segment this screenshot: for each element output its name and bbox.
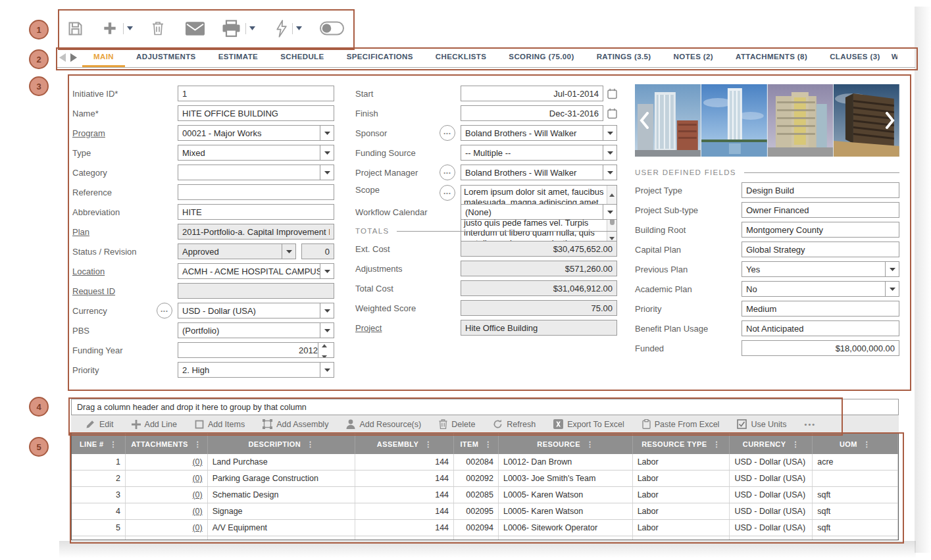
chevron-down-icon[interactable] xyxy=(320,126,334,140)
save-button[interactable] xyxy=(58,15,93,41)
field-label-plan[interactable]: Plan xyxy=(72,227,157,237)
column-menu-icon[interactable]: ⋮ xyxy=(110,441,117,447)
tab-notes-2[interactable]: NOTES (2) xyxy=(663,47,724,67)
priority-input[interactable]: Medium xyxy=(742,301,899,317)
chevron-down-icon[interactable] xyxy=(603,126,616,140)
project-sub-type-input[interactable]: Owner Financed xyxy=(742,202,899,218)
reference-input[interactable] xyxy=(178,184,334,200)
chevron-down-icon[interactable] xyxy=(320,145,334,160)
column-header-resource-type[interactable]: RESOURCE TYPE⋮ xyxy=(633,434,730,454)
start-input[interactable]: Jul-01-2014 xyxy=(461,86,603,101)
table-row[interactable]: 5(0)A/V Equipment144002094L0006- Sitewor… xyxy=(72,520,898,536)
column-header-attachments[interactable]: ATTACHMENTS⋮ xyxy=(126,434,208,454)
spinner-up-icon[interactable] xyxy=(322,342,327,349)
column-menu-icon[interactable]: ⋮ xyxy=(194,441,201,447)
attachments-link[interactable]: (0) xyxy=(192,490,202,499)
status-revision-select[interactable]: Approved xyxy=(178,243,296,259)
tab-attachments-8[interactable]: ATTACHMENTS (8) xyxy=(724,47,818,67)
priority-select[interactable]: 2. High xyxy=(178,362,334,378)
capital-plan-input[interactable]: Global Strategy xyxy=(742,242,899,257)
table-row[interactable]: 4(0)Signage144002095L0005- Karen WatsonL… xyxy=(72,503,898,520)
quick-actions-button[interactable] xyxy=(266,15,311,41)
column-menu-icon[interactable]: ⋮ xyxy=(586,441,593,447)
edit-button[interactable]: Edit xyxy=(86,419,114,429)
workflow-calendar-select[interactable]: (None) xyxy=(461,204,617,220)
field-label-location[interactable]: Location xyxy=(72,267,157,276)
chevron-down-icon[interactable] xyxy=(320,165,334,180)
add-items-button[interactable]: Add Items xyxy=(195,420,245,429)
attachments-link[interactable]: (0) xyxy=(192,474,202,483)
column-header-currency[interactable]: CURRENCY⋮ xyxy=(730,434,813,454)
chevron-down-icon[interactable] xyxy=(320,264,334,278)
pbs-select[interactable]: (Portfolio) xyxy=(178,322,334,338)
chevron-left-icon[interactable] xyxy=(639,84,649,157)
type-select[interactable]: Mixed xyxy=(178,145,334,161)
program-select[interactable]: 00021 - Major Works xyxy=(178,125,334,141)
tab-specifications[interactable]: SPECIFICATIONS xyxy=(336,47,424,67)
table-row[interactable]: 1(0)Land Purchase144002084L0012- Dan Bro… xyxy=(72,454,898,471)
print-button[interactable] xyxy=(213,15,264,41)
project-input[interactable]: Hite Office Building xyxy=(461,320,617,336)
column-menu-icon[interactable]: ⋮ xyxy=(792,441,799,447)
attachments-link[interactable]: (0) xyxy=(192,540,202,540)
add-button-caret-icon[interactable] xyxy=(127,26,133,30)
ellipsis-lookup-button[interactable]: ••• xyxy=(157,303,172,318)
attachments-link[interactable]: (0) xyxy=(192,523,202,532)
tab-scroll-right-icon[interactable] xyxy=(70,53,77,62)
funding-source-select[interactable]: -- Multiple -- xyxy=(461,145,617,161)
table-row[interactable]: 3(0)Schematic Design144002085L0005- Kare… xyxy=(72,487,898,503)
column-header-line[interactable]: LINE #⋮ xyxy=(72,434,126,454)
group-by-bar[interactable]: Drag a column header and drop it here to… xyxy=(71,399,899,415)
tab-adjustments[interactable]: ADJUSTMENTS xyxy=(125,47,207,67)
paste-excel-button[interactable]: Paste From Excel xyxy=(642,419,720,429)
column-header-uom[interactable]: UOM⋮ xyxy=(813,434,898,454)
chevron-down-icon[interactable] xyxy=(603,165,616,180)
initiative-id-input[interactable]: 1 xyxy=(178,86,334,101)
column-menu-icon[interactable]: ⋮ xyxy=(863,441,870,447)
email-button[interactable] xyxy=(177,15,213,41)
calendar-icon[interactable] xyxy=(607,88,617,99)
column-header-resource[interactable]: RESOURCE⋮ xyxy=(499,434,633,454)
request-id-input[interactable] xyxy=(178,283,334,299)
attachments-link[interactable]: (0) xyxy=(192,457,202,467)
tab-estimate[interactable]: ESTIMATE xyxy=(207,47,270,67)
tab-scoring-75-00[interactable]: SCORING (75.00) xyxy=(497,47,585,67)
ellipsis-lookup-button[interactable]: ••• xyxy=(440,125,455,141)
column-menu-icon[interactable]: ⋮ xyxy=(484,441,491,447)
column-menu-icon[interactable]: ⋮ xyxy=(307,441,314,447)
chevron-right-icon[interactable] xyxy=(885,84,895,157)
academic-plan-select[interactable]: No xyxy=(742,281,899,297)
abbreviation-input[interactable]: HITE xyxy=(178,204,334,220)
delete-button[interactable] xyxy=(141,15,174,41)
refresh-button[interactable]: Refresh xyxy=(493,419,536,429)
chevron-down-icon[interactable] xyxy=(320,323,334,338)
chevron-down-icon[interactable] xyxy=(603,205,616,219)
column-menu-icon[interactable]: ⋮ xyxy=(424,441,432,447)
finish-input[interactable]: Dec-31-2016 xyxy=(461,105,603,121)
print-button-caret-icon[interactable] xyxy=(249,26,255,30)
name-input[interactable]: HITE OFFICE BUILDING xyxy=(178,105,334,121)
export-excel-button[interactable]: Export To Excel xyxy=(553,419,624,429)
adjustments-input[interactable]: $571,260.00 xyxy=(461,261,617,276)
chevron-down-icon[interactable] xyxy=(603,145,616,160)
table-row[interactable]: 2(0)Parking Garage Construction144002092… xyxy=(72,471,898,487)
tab-checklists[interactable]: CHECKLISTS xyxy=(424,47,497,67)
more-options-button[interactable]: ••• xyxy=(805,420,817,428)
tab-schedule[interactable]: SCHEDULE xyxy=(269,47,335,67)
add-button[interactable] xyxy=(93,15,141,41)
plan-input[interactable]: 2011-Portfolio-a. Capital Improvement P xyxy=(178,224,334,240)
field-label-program[interactable]: Program xyxy=(72,128,157,138)
previous-plan-select[interactable]: Yes xyxy=(742,261,899,277)
table-row[interactable]: 6(0)Interior Construction144002086L0005-… xyxy=(72,536,898,540)
number-spinner[interactable] xyxy=(318,343,330,357)
chevron-down-icon[interactable] xyxy=(885,262,899,276)
ellipsis-lookup-button[interactable]: ••• xyxy=(440,165,455,180)
category-select[interactable] xyxy=(178,165,334,180)
building-root-input[interactable]: Montgomery County xyxy=(742,222,899,238)
chevron-down-icon[interactable] xyxy=(282,244,295,259)
spinner-down-icon[interactable] xyxy=(322,351,327,358)
tab-scroll-left-icon[interactable] xyxy=(59,53,66,62)
field-label-project[interactable]: Project xyxy=(355,323,440,333)
ext-cost-input[interactable]: $30,475,652.00 xyxy=(461,241,617,257)
column-header-assembly[interactable]: ASSEMBLY⋮ xyxy=(355,434,454,454)
